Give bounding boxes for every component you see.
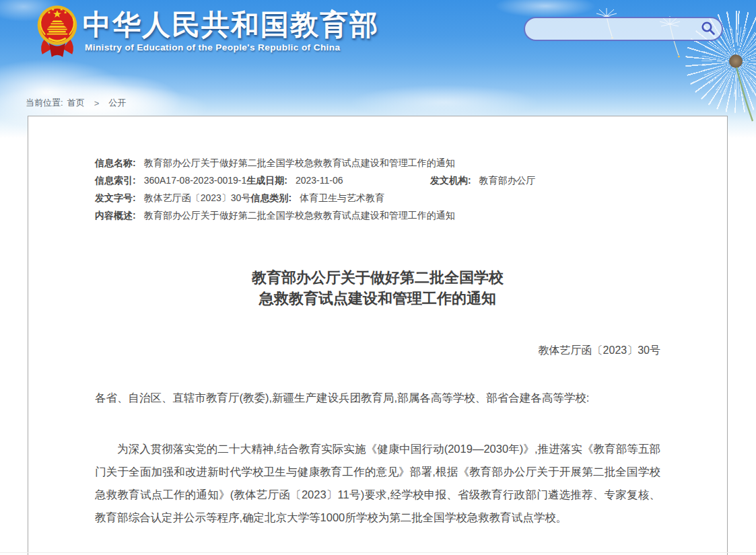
- brand-home-link[interactable]: 中华人民共和国教育部 Ministry of Education of the …: [36, 5, 386, 61]
- meta-row-index: 信息索引: 360A17-08-2023-0019-1 生成日期: 2023-1…: [95, 172, 660, 189]
- meta-value-name: 教育部办公厅关于做好第二批全国学校急救教育试点建设和管理工作的通知: [144, 154, 455, 172]
- meta-label-number: 发文字号:: [95, 189, 136, 207]
- breadcrumb-link-home[interactable]: 首页: [67, 97, 85, 109]
- meta-row-summary: 内容概述: 教育部办公厅关于做好第二批全国学校急救教育试点建设和管理工作的通知: [95, 207, 660, 224]
- document-meta: 信息名称: 教育部办公厅关于做好第二批全国学校急救教育试点建设和管理工作的通知 …: [95, 154, 660, 224]
- document-title: 教育部办公厅关于做好第二批全国学校 急救教育试点建设和管理工作的通知: [95, 267, 660, 309]
- breadcrumb: 当前位置: 首页 > 公开: [26, 97, 126, 109]
- site-subtitle: Ministry of Education of the People's Re…: [85, 42, 340, 52]
- document-title-line2: 急救教育试点建设和管理工作的通知: [95, 288, 660, 309]
- breadcrumb-link-open[interactable]: 公开: [108, 97, 126, 109]
- meta-row-number: 发文字号: 教体艺厅函〔2023〕30号 信息类别: 体育卫生与艺术教育: [95, 189, 660, 207]
- search-box: [524, 17, 723, 41]
- document-paragraph: 为深入贯彻落实党的二十大精神,结合教育实际实施《健康中国行动(2019—2030…: [95, 437, 660, 529]
- site-title: 中华人民共和国教育部: [83, 6, 379, 44]
- document-number: 教体艺厅函〔2023〕30号: [95, 344, 660, 358]
- bottom-divider: [0, 552, 756, 553]
- meta-label-category: 信息类别:: [250, 189, 291, 207]
- meta-value-summary: 教育部办公厅关于做好第二批全国学校急救教育试点建设和管理工作的通知: [144, 207, 455, 224]
- breadcrumb-prefix: 当前位置:: [26, 97, 63, 109]
- meta-label-index: 信息索引:: [95, 172, 136, 189]
- page-root: 中华人民共和国教育部 Ministry of Education of the …: [0, 0, 756, 555]
- national-emblem-icon: [36, 5, 79, 61]
- cloud-decoration: [350, 85, 539, 120]
- meta-label-agency: 发文机构:: [430, 172, 471, 189]
- meta-value-agency: 教育部办公厅: [479, 172, 536, 189]
- meta-label-date: 生成日期:: [246, 172, 287, 189]
- meta-value-date: 2023-11-06: [296, 172, 430, 189]
- search-icon: [700, 20, 716, 36]
- meta-value-number: 教体艺厅函〔2023〕30号: [144, 189, 251, 207]
- meta-label-summary: 内容概述:: [95, 207, 136, 224]
- meta-value-category: 体育卫生与艺术教育: [300, 189, 384, 207]
- breadcrumb-separator: >: [94, 98, 100, 108]
- dandelion-stem-icon: [731, 65, 756, 124]
- document-card: 信息名称: 教育部办公厅关于做好第二批全国学校急救教育试点建设和管理工作的通知 …: [28, 116, 728, 555]
- search-button[interactable]: [698, 20, 718, 38]
- document-title-line1: 教育部办公厅关于做好第二批全国学校: [95, 267, 660, 288]
- document-salutation: 各省、自治区、直辖市教育厅(教委),新疆生产建设兵团教育局,部属各高等学校、部省…: [95, 389, 660, 406]
- cloud-decoration: [495, 0, 596, 17]
- meta-label-name: 信息名称:: [95, 154, 136, 172]
- meta-value-index: 360A17-08-2023-0019-1: [144, 172, 247, 189]
- search-input[interactable]: [535, 20, 691, 39]
- meta-row-name: 信息名称: 教育部办公厅关于做好第二批全国学校急救教育试点建设和管理工作的通知: [95, 154, 660, 172]
